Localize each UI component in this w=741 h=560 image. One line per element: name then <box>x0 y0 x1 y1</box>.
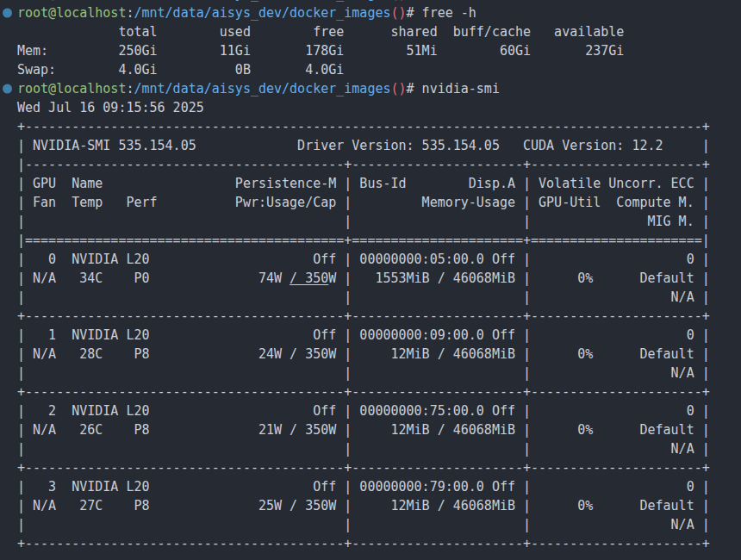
smi-border-bottom-content: +---------------------------------------… <box>17 534 741 553</box>
gpu3-row-2: | N/A 27C P8 25W / 350W | 12MiB / 46068M… <box>17 496 741 515</box>
gpu0-row-3-content: | | | N/A | <box>17 288 741 307</box>
gpu2-row-2: | N/A 26C P8 21W / 350W | 12MiB / 46068M… <box>17 420 741 439</box>
border-text: +---------------------------------------… <box>17 119 710 134</box>
gpu-row-text: | N/A 34C P0 74W <box>17 271 290 286</box>
smi-separator: |---------------------------------------… <box>17 155 741 174</box>
command-decoration-icon[interactable] <box>3 9 12 18</box>
smi-border-top-content: +---------------------------------------… <box>17 117 741 136</box>
gpu1-row-2-content: | N/A 28C P8 24W / 350W | 12MiB / 46068M… <box>17 345 741 364</box>
gpu-row-text: | N/A 27C P8 25W / 350W | 12MiB / 46068M… <box>17 498 710 513</box>
gpu-row-text: | 0 NVIDIA L20 Off | 00000000:05:00.0 Of… <box>17 252 710 267</box>
smi-row-separator-content: +---------------------------------------… <box>17 307 741 326</box>
gpu2-row-1-content: | 2 NVIDIA L20 Off | 00000000:75:00.0 Of… <box>17 401 741 420</box>
border-text: |=======================================… <box>17 233 710 248</box>
gpu3-row-3: | | | N/A | <box>17 515 741 534</box>
prompt-line-nvidia-smi-content: root@localhost:/mnt/data/aisys_dev/docke… <box>17 79 741 98</box>
gpu1-row-1: | 1 NVIDIA L20 Off | 00000000:09:00.0 Of… <box>17 326 741 345</box>
prompt-line-nvidia-smi: root@localhost:/mnt/data/aisys_dev/docke… <box>17 79 741 98</box>
gpu-row-text: | 1 NVIDIA L20 Off | 00000000:09:00.0 Of… <box>17 327 710 343</box>
smi-version-row-content: | NVIDIA-SMI 535.154.05 Driver Version: … <box>17 136 741 155</box>
free-output-header: total used free shared buff/cache availa… <box>17 22 741 41</box>
smi-row-separator: +---------------------------------------… <box>17 383 741 401</box>
prompt-cwd: /mnt/data/aisys_dev/docker_images <box>134 5 390 21</box>
prompt-git-branch: () <box>390 81 406 96</box>
free-output-swap-row-content: Swap: 4.0Gi 0B 4.0Gi <box>17 60 741 79</box>
gpu3-row-3-content: | | | N/A | <box>17 515 741 534</box>
smi-row-separator: +---------------------------------------… <box>17 307 741 326</box>
gpu1-row-1-content: | 1 NVIDIA L20 Off | 00000000:09:00.0 Of… <box>17 326 741 345</box>
gpu0-row-2: | N/A 34C P0 74W / 350W | 1553MiB / 4606… <box>17 269 741 288</box>
gpu2-row-1: | 2 NVIDIA L20 Off | 00000000:75:00.0 Of… <box>17 401 741 420</box>
prompt-user-host: root@localhost <box>17 5 126 21</box>
smi-header-divider-content: |=======================================… <box>17 231 741 250</box>
gpu2-row-2-content: | N/A 26C P8 21W / 350W | 12MiB / 46068M… <box>17 420 741 439</box>
gpu1-row-3-content: | | | N/A | <box>17 364 741 383</box>
gpu-row-text: W | 1553MiB / 46068MiB | 0% Default | <box>328 271 710 286</box>
prompt-line-free-content: root@localhost:/mnt/data/aisys_dev/docke… <box>17 3 741 22</box>
gpu-row-text: | | | N/A | <box>17 441 710 457</box>
gpu-power-underlined-text: / 350 <box>290 271 328 286</box>
header-text: | | | MIG M. | <box>17 214 710 229</box>
border-text: +---------------------------------------… <box>17 308 710 324</box>
smi-header-row-1-content: | GPU Name Persistence-M | Bus-Id Disp.A… <box>17 174 741 193</box>
header-text: | GPU Name Persistence-M | Bus-Id Disp.A… <box>17 176 710 191</box>
gpu3-row-2-content: | N/A 27C P8 25W / 350W | 12MiB / 46068M… <box>17 496 741 515</box>
smi-row-separator: +---------------------------------------… <box>17 458 741 477</box>
smi-border-bottom: +---------------------------------------… <box>17 534 741 553</box>
prompt-user-host: root@localhost <box>17 0 126 2</box>
prompt-git-branch: () <box>390 0 406 2</box>
gpu0-row-2-content: | N/A 34C P0 74W / 350W | 1553MiB / 4606… <box>17 269 741 288</box>
prompt-user-host: root@localhost <box>17 81 126 96</box>
gpu1-row-2: | N/A 28C P8 24W / 350W | 12MiB / 46068M… <box>17 345 741 364</box>
smi-row-separator-content: +---------------------------------------… <box>17 458 741 477</box>
free-output-header-content: total used free shared buff/cache availa… <box>17 22 741 41</box>
gpu-row-text: | N/A 26C P8 21W / 350W | 12MiB / 46068M… <box>17 422 710 438</box>
timestamp-text: Wed Jul 16 09:15:56 2025 <box>17 100 204 115</box>
smi-header-divider: |=======================================… <box>17 231 741 250</box>
smi-separator-content: |---------------------------------------… <box>17 155 741 174</box>
smi-row-separator-content: +---------------------------------------… <box>17 383 741 401</box>
smi-header-row-2: | Fan Temp Perf Pwr:Usage/Cap | Memory-U… <box>17 193 741 212</box>
free-swap-text: Swap: 4.0Gi 0B 4.0Gi <box>17 62 344 78</box>
gpu2-row-3: | | | N/A | <box>17 439 741 458</box>
command-decoration-icon[interactable] <box>3 84 12 94</box>
gpu3-row-1: | 3 NVIDIA L20 Off | 00000000:79:00.0 Of… <box>17 477 741 496</box>
gpu2-row-3-content: | | | N/A | <box>17 439 741 458</box>
timestamp-line-content: Wed Jul 16 09:15:56 2025 <box>17 98 741 117</box>
gpu1-row-3: | | | N/A | <box>17 364 741 383</box>
prompt-line-free: root@localhost:/mnt/data/aisys_dev/docke… <box>17 3 741 22</box>
version-text: | NVIDIA-SMI 535.154.05 Driver Version: … <box>17 138 710 153</box>
gpu0-row-3: | | | N/A | <box>17 288 741 307</box>
gpu0-row-1: | 0 NVIDIA L20 Off | 00000000:05:00.0 Of… <box>17 250 741 269</box>
gpu-row-text: | | | N/A | <box>17 517 710 532</box>
border-text: +---------------------------------------… <box>17 536 710 551</box>
gpu-row-text: | 3 NVIDIA L20 Off | 00000000:79:00.0 Of… <box>17 479 710 495</box>
smi-border-top: +---------------------------------------… <box>17 117 741 136</box>
prompt-git-branch: () <box>390 5 406 21</box>
gpu-row-text: | | | N/A | <box>17 289 710 305</box>
header-text: | Fan Temp Perf Pwr:Usage/Cap | Memory-U… <box>17 195 710 210</box>
gpu3-row-1-content: | 3 NVIDIA L20 Off | 00000000:79:00.0 Of… <box>17 477 741 496</box>
terminal-viewport[interactable]: root@localhost:/mnt/data/aisys_dev/docke… <box>0 0 741 560</box>
free-header-text: total used free shared buff/cache availa… <box>17 24 624 40</box>
free-mem-text: Mem: 250Gi 11Gi 178Gi 51Mi 60Gi 237Gi <box>17 43 624 59</box>
smi-header-row-3-content: | | | MIG M. | <box>17 212 741 231</box>
prompt-cwd: /mnt/data/aisys_dev/docker_images <box>134 81 390 96</box>
prompt-cwd: /mnt/data/aisys_dev/docker_images <box>134 0 390 2</box>
border-text: |---------------------------------------… <box>17 157 710 172</box>
timestamp-line: Wed Jul 16 09:15:56 2025 <box>17 98 741 117</box>
smi-header-row-3: | | | MIG M. | <box>17 212 741 231</box>
border-text: +---------------------------------------… <box>17 384 710 400</box>
prompt-command: # free -h <box>407 0 476 2</box>
gpu-row-text: | N/A 28C P8 24W / 350W | 12MiB / 46068M… <box>17 346 710 362</box>
border-text: +---------------------------------------… <box>17 460 710 476</box>
free-output-swap-row: Swap: 4.0Gi 0B 4.0Gi <box>17 60 741 79</box>
smi-version-row: | NVIDIA-SMI 535.154.05 Driver Version: … <box>17 136 741 155</box>
gpu-row-text: | 2 NVIDIA L20 Off | 00000000:75:00.0 Of… <box>17 403 710 419</box>
gpu0-row-1-content: | 0 NVIDIA L20 Off | 00000000:05:00.0 Of… <box>17 250 741 269</box>
free-output-mem-row-content: Mem: 250Gi 11Gi 178Gi 51Mi 60Gi 237Gi <box>17 41 741 60</box>
smi-header-row-1: | GPU Name Persistence-M | Bus-Id Disp.A… <box>17 174 741 193</box>
free-output-mem-row: Mem: 250Gi 11Gi 178Gi 51Mi 60Gi 237Gi <box>17 41 741 60</box>
gpu-row-text: | | | N/A | <box>17 365 710 381</box>
prompt-command: # free -h <box>407 5 476 21</box>
